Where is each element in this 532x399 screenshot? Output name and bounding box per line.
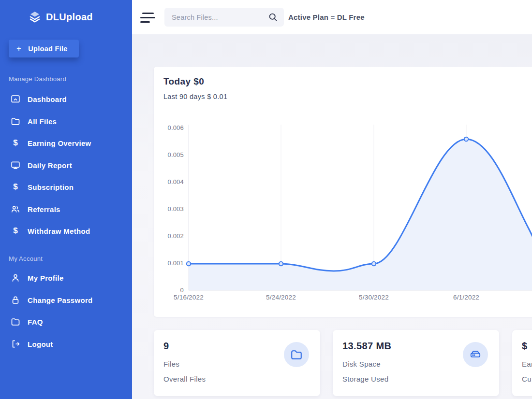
- sidebar-item-subscription[interactable]: $ Subscription: [0, 179, 132, 195]
- disk-space-value: 13.587 MB: [342, 341, 391, 352]
- sidebar-item-label: My Profile: [28, 274, 64, 282]
- main-content: Today $0 Last 90 days $ 0.01 0.006 0.005…: [132, 34, 532, 399]
- menu-icon[interactable]: [140, 13, 156, 26]
- layers-icon: [28, 11, 42, 23]
- stat-card-files: 9 Files Overall Files: [154, 330, 320, 396]
- sidebar-item-dashboard[interactable]: Dashboard: [0, 91, 132, 107]
- topbar: Active Plan = DL Free: [132, 0, 532, 34]
- search-input[interactable]: [164, 14, 268, 21]
- sidebar-item-label: Withdraw Method: [28, 227, 90, 235]
- stat-card-disk-space: 13.587 MB Disk Space Storage Used: [333, 330, 499, 396]
- sidebar-item-label: Daily Report: [28, 161, 72, 170]
- sidebar-item-label: Logout: [28, 340, 53, 348]
- sidebar-item-my-profile[interactable]: My Profile: [0, 270, 132, 286]
- section-my-account: My Account: [9, 255, 43, 262]
- logout-icon: [11, 339, 20, 349]
- dollar-icon: $: [11, 182, 20, 192]
- earnings-sublabel: Cu: [522, 375, 532, 383]
- files-count: 9: [163, 341, 169, 352]
- dollar-icon: $: [11, 226, 20, 236]
- sidebar: DLUpload + Upload File Manage Dashboard …: [0, 0, 132, 399]
- sidebar-item-faq[interactable]: FAQ: [0, 314, 132, 330]
- sidebar-item-label: Dashboard: [28, 95, 67, 103]
- dashboard-icon: [11, 94, 20, 104]
- sidebar-item-change-password[interactable]: Change Password: [0, 292, 132, 308]
- app-title: DLUpload: [46, 12, 93, 23]
- upload-file-label: Upload File: [28, 45, 67, 53]
- app-logo: DLUpload: [28, 11, 93, 23]
- search-icon[interactable]: [268, 12, 278, 22]
- sidebar-item-daily-report[interactable]: Daily Report: [0, 157, 132, 173]
- sidebar-item-earning-overview[interactable]: $ Earning Overview: [0, 135, 132, 151]
- disk-space-sublabel: Storage Used: [342, 375, 388, 383]
- files-icon-circle: [284, 342, 309, 367]
- sidebar-item-label: Referrals: [28, 205, 60, 214]
- sidebar-item-label: All Files: [28, 117, 57, 126]
- plus-icon: +: [16, 44, 21, 54]
- users-icon: [11, 204, 20, 214]
- earnings-label: Ear: [522, 360, 532, 368]
- upload-file-button[interactable]: + Upload File: [9, 40, 79, 57]
- folder-icon: [290, 348, 303, 361]
- sidebar-item-label: Change Password: [28, 296, 93, 304]
- active-plan-label: Active Plan = DL Free: [288, 0, 365, 34]
- dollar-icon: $: [11, 138, 20, 148]
- files-sublabel: Overall Files: [163, 375, 206, 383]
- earnings-card: Today $0 Last 90 days $ 0.01 0.006 0.005…: [154, 67, 532, 317]
- sidebar-item-referrals[interactable]: Referrals: [0, 201, 132, 217]
- person-icon: [11, 273, 20, 283]
- earnings-value: $: [522, 341, 528, 352]
- files-label: Files: [163, 360, 179, 368]
- earnings-chart: [154, 67, 532, 317]
- sidebar-item-withdraw-method[interactable]: $ Withdraw Method: [0, 223, 132, 239]
- folder-icon: [11, 116, 20, 126]
- search-box: [164, 8, 284, 27]
- sidebar-item-all-files[interactable]: All Files: [0, 113, 132, 129]
- sidebar-item-label: Earning Overview: [28, 139, 91, 147]
- lock-icon: [11, 295, 20, 305]
- sidebar-item-label: Subscription: [28, 183, 74, 191]
- disk-space-label: Disk Space: [342, 360, 381, 368]
- stat-card-earnings: $ Ear Cu: [512, 330, 532, 396]
- disk-icon-circle: [463, 342, 488, 367]
- monitor-icon: [11, 160, 20, 170]
- sidebar-item-logout[interactable]: Logout: [0, 336, 132, 352]
- section-manage-dashboard: Manage Dashboard: [9, 75, 66, 83]
- folder-icon: [11, 317, 20, 327]
- hdd-icon: [469, 348, 482, 361]
- sidebar-item-label: FAQ: [28, 318, 43, 326]
